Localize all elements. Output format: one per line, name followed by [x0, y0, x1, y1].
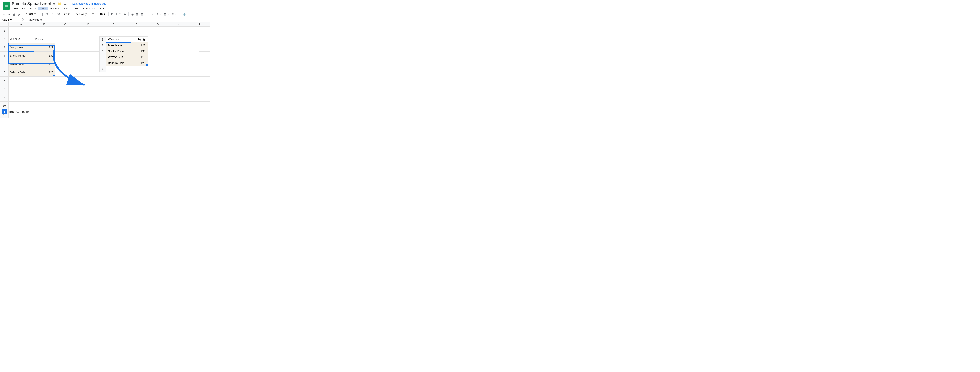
cell-e7[interactable]: [101, 76, 126, 85]
undo-button[interactable]: ↩: [2, 12, 6, 16]
menu-edit[interactable]: Edit: [20, 6, 28, 11]
zoom-cell-b7[interactable]: [131, 66, 148, 72]
cell-c10[interactable]: [55, 102, 76, 110]
cell-b6[interactable]: 125: [34, 68, 55, 76]
cell-a6[interactable]: Belinda Dale: [9, 68, 34, 76]
percent-button[interactable]: %: [45, 12, 49, 16]
cell-f8[interactable]: [126, 85, 147, 94]
cell-d2[interactable]: [76, 35, 101, 43]
cell-b8[interactable]: [34, 85, 55, 94]
zoom-cell-a5[interactable]: Wayne Burt: [106, 54, 131, 60]
col-header-b[interactable]: B: [34, 22, 55, 27]
cell-a4[interactable]: Shelly Ronan: [9, 52, 34, 60]
cell-f11[interactable]: [126, 110, 147, 118]
cell-h11[interactable]: [168, 110, 189, 118]
menu-view[interactable]: View: [28, 6, 38, 11]
cell-h9[interactable]: [168, 93, 189, 102]
cell-c7[interactable]: [55, 76, 76, 85]
cell-b2[interactable]: Points: [34, 35, 55, 43]
cell-e11[interactable]: [101, 110, 126, 118]
cell-a5[interactable]: Wayne Burt: [9, 60, 34, 68]
strikethrough-button[interactable]: S: [118, 12, 122, 16]
cell-i9[interactable]: [189, 93, 210, 102]
link-button[interactable]: 🔗: [182, 12, 187, 16]
cell-c2[interactable]: [55, 35, 76, 43]
cell-e8[interactable]: [101, 85, 126, 94]
cell-c5[interactable]: [55, 60, 76, 68]
cell-e9[interactable]: [101, 93, 126, 102]
cell-a3[interactable]: Mary Kane: [9, 43, 34, 52]
cell-b10[interactable]: [34, 102, 55, 110]
menu-extensions[interactable]: Extensions: [81, 6, 98, 11]
cell-a1[interactable]: [9, 27, 34, 35]
cell-g8[interactable]: [147, 85, 168, 94]
wrap-button[interactable]: ⊟▼: [163, 12, 170, 16]
font-size-dropdown[interactable]: 10 ▼: [99, 12, 107, 16]
col-header-e[interactable]: E: [101, 22, 126, 27]
cell-c1[interactable]: [55, 27, 76, 35]
folder-icon[interactable]: 📁: [57, 2, 62, 6]
cell-i10[interactable]: [189, 102, 210, 110]
cell-d3[interactable]: [76, 43, 101, 52]
fill-color-button[interactable]: ◈: [130, 12, 134, 16]
cell-e1[interactable]: [101, 27, 126, 35]
cell-a9[interactable]: [9, 93, 34, 102]
col-header-d[interactable]: D: [76, 22, 101, 27]
zoom-cell-a3[interactable]: Mary Kane: [106, 42, 131, 48]
cell-a10[interactable]: [9, 102, 34, 110]
cell-g1[interactable]: [147, 27, 168, 35]
col-header-i[interactable]: I: [189, 22, 210, 27]
cell-b9[interactable]: [34, 93, 55, 102]
col-header-c[interactable]: C: [55, 22, 76, 27]
cell-b5[interactable]: 110: [34, 60, 55, 68]
cell-h1[interactable]: [168, 27, 189, 35]
zoom-cell-a6[interactable]: Belinda Dale: [106, 60, 131, 66]
cell-g9[interactable]: [147, 93, 168, 102]
print-button[interactable]: 🖨: [12, 12, 16, 16]
cell-f10[interactable]: [126, 102, 147, 110]
merge-button[interactable]: ⊟: [140, 12, 145, 16]
cell-b3[interactable]: 122: [34, 43, 55, 52]
cell-d1[interactable]: [76, 27, 101, 35]
doc-title[interactable]: Sample Spreadsheet: [12, 1, 51, 6]
cell-f7[interactable]: [126, 76, 147, 85]
bold-button[interactable]: B: [110, 12, 114, 16]
rotate-button[interactable]: ⟳▼: [171, 12, 178, 16]
cell-c3[interactable]: [55, 43, 76, 52]
cell-c8[interactable]: [55, 85, 76, 94]
cell-b11[interactable]: [34, 110, 55, 118]
cell-reference-box[interactable]: A3:B6 ▼: [2, 18, 19, 21]
menu-data[interactable]: Data: [61, 6, 70, 11]
cell-h7[interactable]: [168, 76, 189, 85]
menu-format[interactable]: Format: [49, 6, 60, 11]
cell-b1[interactable]: [34, 27, 55, 35]
align-h-button[interactable]: ≡▼: [148, 12, 154, 16]
cell-a8[interactable]: [9, 85, 34, 94]
cell-i7[interactable]: [189, 76, 210, 85]
last-edit-text[interactable]: Last edit was 2 minutes ago: [72, 2, 106, 5]
redo-button[interactable]: ↪: [7, 12, 11, 16]
star-icon[interactable]: ★: [53, 2, 56, 6]
zoom-cell-b5[interactable]: 110: [131, 54, 148, 60]
cell-f1[interactable]: [126, 27, 147, 35]
menu-help[interactable]: Help: [98, 6, 107, 11]
borders-button[interactable]: ⊞: [135, 12, 139, 16]
cell-c9[interactable]: [55, 93, 76, 102]
zoom-cell-a7[interactable]: [106, 66, 131, 72]
cell-g7[interactable]: [147, 76, 168, 85]
zoom-cell-b4[interactable]: 130: [131, 48, 148, 54]
col-header-h[interactable]: H: [168, 22, 189, 27]
cell-b7[interactable]: [34, 76, 55, 85]
cell-h8[interactable]: [168, 85, 189, 94]
number-format-dropdown[interactable]: 123 ▼: [62, 12, 71, 16]
menu-file[interactable]: File: [12, 6, 19, 11]
col-header-f[interactable]: F: [126, 22, 147, 27]
paint-format-button[interactable]: 🖌: [17, 12, 22, 16]
decimal-less-button[interactable]: .0: [50, 12, 54, 16]
cell-b4[interactable]: 130: [34, 52, 55, 60]
cell-d10[interactable]: [76, 102, 101, 110]
col-header-a[interactable]: A: [9, 22, 34, 27]
col-header-g[interactable]: G: [147, 22, 168, 27]
zoom-cell-winners-header[interactable]: Winners: [106, 37, 131, 42]
cell-c4[interactable]: [55, 52, 76, 60]
